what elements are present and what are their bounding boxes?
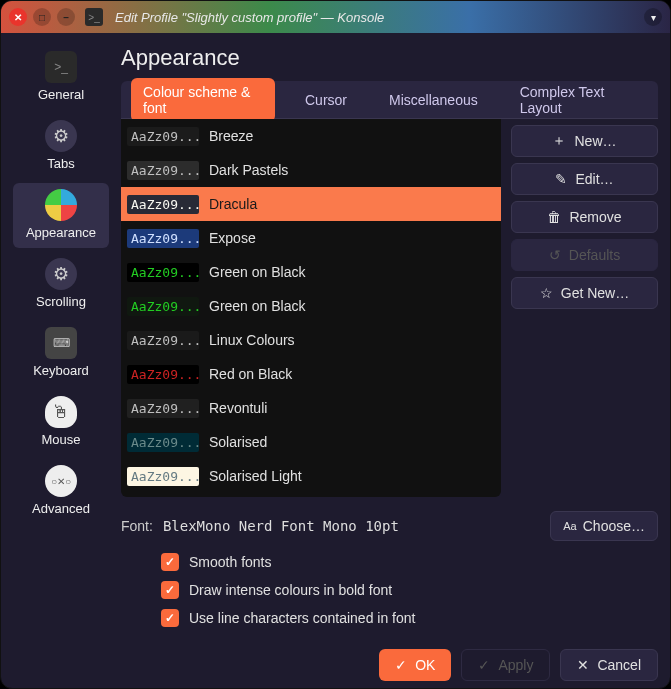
close-icon: ✕	[577, 657, 589, 673]
scheme-name: Dark Pastels	[209, 162, 288, 178]
minimize-icon[interactable]: –	[57, 8, 75, 26]
scheme-name: Linux Colours	[209, 332, 295, 348]
main-panel: Appearance Colour scheme & font Cursor M…	[121, 45, 658, 676]
sidebar-item-label: Advanced	[32, 501, 90, 516]
checkbox-icon: ✓	[161, 609, 179, 627]
scheme-sample: AaZz09...	[127, 365, 199, 384]
tab-bar: Colour scheme & font Cursor Miscellaneou…	[121, 81, 658, 119]
scheme-item[interactable]: AaZz09...Green on Black	[121, 255, 501, 289]
titlebar: ✕ □ – >_ Edit Profile "Slightly custom p…	[1, 1, 670, 33]
scheme-sample: AaZz09...	[127, 331, 199, 350]
scheme-sample: AaZz09...	[127, 229, 199, 248]
mouse-icon: 🖱	[45, 396, 77, 428]
sidebar: >_ General ⚙ Tabs Appearance ⚙ Scrolling…	[13, 45, 109, 676]
scheme-sample: AaZz09...	[127, 297, 199, 316]
button-label: Edit…	[575, 171, 613, 187]
checkbox-label: Use line characters contained in font	[189, 610, 415, 626]
keyboard-icon: ⌨	[45, 327, 77, 359]
check-icon: ✓	[478, 657, 490, 673]
sidebar-item-label: Appearance	[26, 225, 96, 240]
scheme-item[interactable]: AaZz09...Expose	[121, 221, 501, 255]
scheme-item[interactable]: AaZz09...Revontuli	[121, 391, 501, 425]
scheme-name: Green on Black	[209, 264, 306, 280]
scheme-name: Solarised	[209, 434, 267, 450]
pencil-icon: ✎	[555, 171, 567, 187]
checkbox-icon: ✓	[161, 581, 179, 599]
scheme-item[interactable]: AaZz09...Dracula	[121, 187, 501, 221]
advanced-icon: ○✕○	[45, 465, 77, 497]
scheme-name: Revontuli	[209, 400, 267, 416]
sidebar-item-label: Scrolling	[36, 294, 86, 309]
undo-icon: ↺	[549, 247, 561, 263]
button-label: Get New…	[561, 285, 629, 301]
terminal-icon: >_	[45, 51, 77, 83]
tab-complex-text-layout[interactable]: Complex Text Layout	[508, 78, 648, 122]
colour-scheme-list[interactable]: AaZz09...BreezeAaZz09...Dark PastelsAaZz…	[121, 119, 501, 497]
scheme-sample: AaZz09...	[127, 433, 199, 452]
button-label: Remove	[569, 209, 621, 225]
button-label: New…	[574, 133, 616, 149]
scheme-name: Breeze	[209, 128, 253, 144]
scheme-item[interactable]: AaZz09...Linux Colours	[121, 323, 501, 357]
remove-button[interactable]: 🗑Remove	[511, 201, 658, 233]
font-value: BlexMono Nerd Font Mono 10pt	[163, 518, 540, 534]
new-button[interactable]: ＋New…	[511, 125, 658, 157]
plus-icon: ＋	[552, 132, 566, 150]
checkbox-row[interactable]: ✓Use line characters contained in font	[161, 609, 658, 627]
button-label: OK	[415, 657, 435, 673]
window-title: Edit Profile "Slightly custom profile" —…	[115, 10, 384, 25]
scheme-item[interactable]: AaZz09...Green on Black	[121, 289, 501, 323]
sidebar-item-label: General	[38, 87, 84, 102]
sidebar-item-label: Keyboard	[33, 363, 89, 378]
checkbox-label: Draw intense colours in bold font	[189, 582, 392, 598]
maximize-icon[interactable]: □	[33, 8, 51, 26]
button-label: Choose…	[583, 518, 645, 534]
sidebar-item-advanced[interactable]: ○✕○ Advanced	[13, 459, 109, 524]
sidebar-item-general[interactable]: >_ General	[13, 45, 109, 110]
scheme-item[interactable]: AaZz09...Breeze	[121, 119, 501, 153]
sidebar-item-tabs[interactable]: ⚙ Tabs	[13, 114, 109, 179]
scheme-item[interactable]: AaZz09...Solarised Light	[121, 459, 501, 493]
sidebar-item-mouse[interactable]: 🖱 Mouse	[13, 390, 109, 455]
scheme-sample: AaZz09...	[127, 263, 199, 282]
ok-button[interactable]: ✓OK	[379, 649, 451, 681]
cancel-button[interactable]: ✕Cancel	[560, 649, 658, 681]
scheme-sample: AaZz09...	[127, 399, 199, 418]
checkbox-label: Smooth fonts	[189, 554, 272, 570]
font-icon: Aa	[563, 520, 576, 532]
app-icon: >_	[85, 8, 103, 26]
sidebar-item-scrolling[interactable]: ⚙ Scrolling	[13, 252, 109, 317]
get-new-button[interactable]: ☆Get New…	[511, 277, 658, 309]
defaults-button: ↺Defaults	[511, 239, 658, 271]
sidebar-item-label: Mouse	[41, 432, 80, 447]
page-title: Appearance	[121, 45, 658, 71]
tab-miscellaneous[interactable]: Miscellaneous	[377, 86, 490, 114]
sidebar-item-appearance[interactable]: Appearance	[13, 183, 109, 248]
scheme-sample: AaZz09...	[127, 467, 199, 486]
shade-icon[interactable]: ▾	[644, 8, 662, 26]
palette-icon	[45, 189, 77, 221]
scheme-sample: AaZz09...	[127, 127, 199, 146]
button-label: Cancel	[597, 657, 641, 673]
checkbox-row[interactable]: ✓Smooth fonts	[161, 553, 658, 571]
trash-icon: 🗑	[547, 209, 561, 225]
choose-font-button[interactable]: AaChoose…	[550, 511, 658, 541]
checkbox-row[interactable]: ✓Draw intense colours in bold font	[161, 581, 658, 599]
check-icon: ✓	[395, 657, 407, 673]
tab-colour-scheme-font[interactable]: Colour scheme & font	[131, 78, 275, 122]
edit-button[interactable]: ✎Edit…	[511, 163, 658, 195]
button-label: Defaults	[569, 247, 620, 263]
gear-icon: ⚙	[45, 120, 77, 152]
sidebar-item-keyboard[interactable]: ⌨ Keyboard	[13, 321, 109, 386]
tab-cursor[interactable]: Cursor	[293, 86, 359, 114]
sidebar-item-label: Tabs	[47, 156, 74, 171]
font-label: Font:	[121, 518, 153, 534]
scheme-item[interactable]: AaZz09...Solarised	[121, 425, 501, 459]
scheme-name: Expose	[209, 230, 256, 246]
close-icon[interactable]: ✕	[9, 8, 27, 26]
scheme-name: Solarised Light	[209, 468, 302, 484]
scheme-item[interactable]: AaZz09...Red on Black	[121, 357, 501, 391]
scheme-item[interactable]: AaZz09...Dark Pastels	[121, 153, 501, 187]
checkbox-icon: ✓	[161, 553, 179, 571]
scheme-name: Green on Black	[209, 298, 306, 314]
